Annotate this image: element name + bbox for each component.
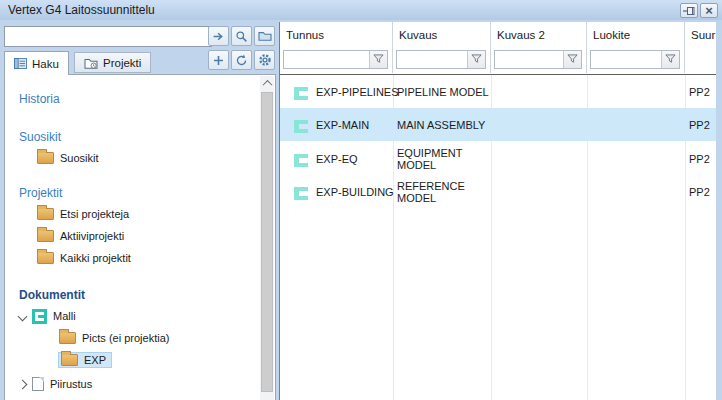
tree-item-etsi-projekteja[interactable]: Etsi projekteja	[37, 203, 260, 225]
tree-item-piirustus[interactable]: Piirustus	[5, 373, 260, 395]
search-button[interactable]	[231, 26, 252, 46]
close-button[interactable]: ×	[700, 3, 718, 18]
app-window: Vertex G4 Laitossuunnittelu ×	[0, 0, 722, 400]
tab-projekti-label: Projekti	[103, 57, 141, 69]
tree-item-picts[interactable]: Picts (ei projektia)	[59, 327, 260, 349]
filter-button[interactable]	[661, 51, 679, 68]
tab-haku[interactable]: Haku	[4, 51, 69, 75]
tab-haku-label: Haku	[32, 58, 59, 70]
scroll-up-button[interactable]	[260, 76, 274, 91]
pin-icon	[683, 6, 695, 16]
filter-input-luokite[interactable]	[590, 50, 680, 69]
folder-icon	[59, 332, 76, 344]
tree-item-exp[interactable]: EXP	[59, 349, 260, 371]
filter-input-kuvaus[interactable]	[396, 50, 486, 69]
table-row-selected[interactable]: EXP-MAIN MAIN ASSEMBLY PP2	[280, 108, 716, 141]
navigation-tree-panel: Historia Suosikit Suosikit Projektit Ets…	[4, 74, 276, 400]
folder-icon	[37, 152, 54, 164]
search-input[interactable]	[4, 26, 212, 47]
table-body: EXP-PIPELINES PIPELINE MODEL PP2 EXP-MAI…	[280, 75, 716, 400]
navigation-tree: Historia Suosikit Suosikit Projektit Ets…	[5, 75, 260, 400]
tree-section-projektit[interactable]: Projektit	[19, 183, 260, 203]
column-header-kuvaus[interactable]: Kuvaus	[393, 22, 491, 73]
up-arrow-icon	[262, 80, 272, 90]
folder-clock-icon	[84, 57, 98, 69]
table-row[interactable]: EXP-PIPELINES PIPELINE MODEL PP2	[280, 75, 716, 108]
settings-button[interactable]	[254, 50, 275, 70]
tree-item-suosikit[interactable]: Suosikit	[37, 147, 260, 169]
model-c-icon	[294, 187, 308, 200]
funnel-icon	[665, 54, 676, 65]
table-row[interactable]: EXP-EQ EQUIPMENT MODEL PP2	[280, 142, 716, 175]
open-folder-button[interactable]	[254, 26, 275, 46]
folder-icon	[37, 252, 54, 264]
selected-tree-item: EXP	[59, 353, 111, 367]
filter-button[interactable]	[563, 51, 581, 68]
filter-button[interactable]	[467, 51, 485, 68]
tree-item-malli[interactable]: Malli	[5, 305, 260, 327]
table-header: Tunnus Kuvaus	[280, 22, 716, 75]
go-button[interactable]	[208, 26, 229, 46]
list-icon	[14, 58, 27, 69]
funnel-icon	[373, 54, 384, 65]
folder-icon	[61, 354, 78, 366]
drawing-icon	[32, 377, 44, 391]
column-header-suur[interactable]: Suur	[685, 22, 717, 73]
gear-icon	[258, 53, 272, 67]
document-table-panel: Tunnus Kuvaus	[279, 22, 716, 400]
refresh-icon	[235, 54, 248, 67]
column-header-luokite[interactable]: Luokite	[587, 22, 685, 73]
funnel-icon	[471, 54, 482, 65]
tree-item-aktiiviprojekti[interactable]: Aktiiviprojekti	[37, 225, 260, 247]
model-c-icon	[294, 87, 308, 100]
column-header-kuvaus2[interactable]: Kuvaus 2	[491, 22, 587, 73]
title-bar: Vertex G4 Laitossuunnittelu	[0, 0, 722, 20]
chevron-down-icon[interactable]	[18, 311, 28, 321]
tree-section-historia[interactable]: Historia	[19, 89, 260, 109]
funnel-icon	[567, 54, 578, 65]
add-button[interactable]	[208, 50, 229, 70]
filter-input-tunnus[interactable]	[283, 50, 388, 69]
scrollbar-thumb[interactable]	[261, 92, 273, 392]
table-row[interactable]: EXP-BUILDING REFERENCE MODEL PP2	[280, 175, 716, 208]
refresh-button[interactable]	[231, 50, 252, 70]
magnifier-icon	[235, 30, 248, 43]
folder-icon	[37, 230, 54, 242]
tab-projekti[interactable]: Projekti	[74, 52, 151, 73]
window-title: Vertex G4 Laitossuunnittelu	[8, 3, 155, 17]
tree-scrollbar[interactable]	[260, 76, 274, 400]
tree-section-suosikit[interactable]: Suosikit	[19, 127, 260, 147]
plus-icon	[212, 54, 225, 67]
folder-icon	[37, 208, 54, 220]
filter-input-kuvaus2[interactable]	[494, 50, 582, 69]
filter-button[interactable]	[369, 51, 387, 68]
arrow-right-icon	[212, 30, 225, 43]
tree-section-dokumentit[interactable]: Dokumentit	[19, 285, 260, 305]
model-icon	[32, 309, 47, 324]
tree-item-kaikki-projektit[interactable]: Kaikki projektit	[37, 247, 260, 269]
folder-icon	[258, 30, 272, 42]
close-icon: ×	[705, 4, 713, 17]
column-header-tunnus[interactable]: Tunnus	[280, 22, 393, 73]
left-panel: Haku Projekti Historia Suosikit	[3, 22, 277, 400]
model-c-icon	[294, 120, 308, 133]
auto-hide-pin-button[interactable]	[680, 3, 698, 18]
model-c-icon	[294, 154, 308, 167]
chevron-right-icon[interactable]	[18, 379, 28, 389]
